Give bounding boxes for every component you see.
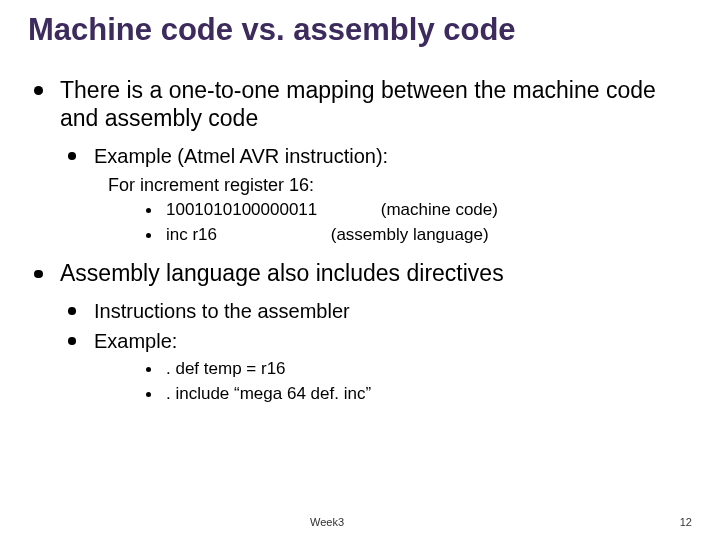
code-text: 1001010100000011 <box>166 199 376 222</box>
bullet-level4: . include “mega 64 def. inc” <box>146 383 692 406</box>
bullet-level2: Example (Atmel AVR instruction): <box>68 143 692 169</box>
bullet-level3-intro: For increment register 16: <box>108 173 692 197</box>
bullet-level1: There is a one-to-one mapping between th… <box>34 76 692 134</box>
code-text: inc r16 <box>166 224 326 247</box>
bullet-level4: inc r16 (assembly language) <box>146 224 692 247</box>
slide-container: Machine code vs. assembly code There is … <box>0 0 720 420</box>
bullet-level1: Assembly language also includes directiv… <box>34 259 692 288</box>
bullet-level2: Example: <box>68 328 692 354</box>
note-text: (machine code) <box>381 200 498 219</box>
footer-week: Week3 <box>310 516 344 528</box>
note-text: (assembly language) <box>331 225 489 244</box>
bullet-level2: Instructions to the assembler <box>68 298 692 324</box>
bullet-level4: . def temp = r16 <box>146 358 692 381</box>
slide-number: 12 <box>680 516 692 528</box>
bullet-level4: 1001010100000011 (machine code) <box>146 199 692 222</box>
slide-title: Machine code vs. assembly code <box>28 12 692 48</box>
